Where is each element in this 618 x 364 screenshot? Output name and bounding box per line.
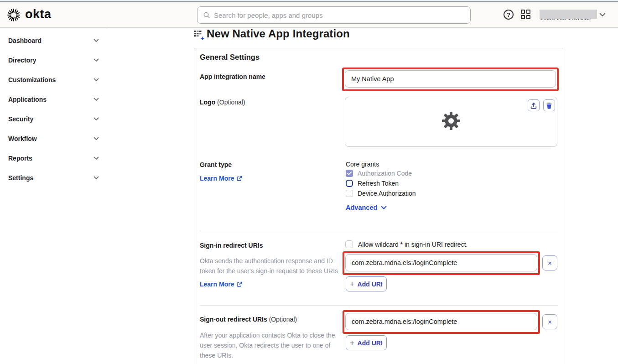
- page-title: New Native App Integration: [207, 27, 350, 40]
- remove-signout-uri-button[interactable]: ×: [542, 314, 557, 329]
- delete-logo-button[interactable]: [543, 99, 555, 111]
- chevron-down-icon: [93, 117, 99, 121]
- chevron-down-icon: [93, 156, 99, 160]
- grant-learn-more-link[interactable]: Learn More: [200, 175, 242, 182]
- okta-sunburst-icon: [6, 8, 21, 22]
- sidebar-item-settings[interactable]: Settings: [0, 168, 107, 187]
- sidebar-item-reports[interactable]: Reports: [0, 148, 107, 168]
- signout-help-text: After your application contacts Okta to …: [200, 330, 339, 360]
- advanced-toggle[interactable]: Advanced: [346, 204, 387, 211]
- sidebar-item-workflow[interactable]: Workflow: [0, 129, 107, 148]
- chevron-down-icon: [381, 206, 387, 210]
- okta-logo[interactable]: okta: [6, 6, 52, 24]
- app-name-label: App integration name: [200, 73, 265, 80]
- signout-uris-label: Sign-out redirect URIs (Optional): [200, 316, 297, 323]
- chevron-down-icon: [93, 58, 99, 62]
- add-signout-uri-button[interactable]: + Add URI: [346, 335, 387, 350]
- checkbox-focused-icon[interactable]: [346, 180, 353, 187]
- apps-grid-icon[interactable]: [521, 10, 531, 20]
- sidebar-item-applications[interactable]: Applications: [0, 89, 107, 109]
- signin-learn-more-link[interactable]: Learn More: [200, 281, 242, 288]
- chevron-down-icon: [93, 98, 99, 101]
- sidebar-item-directory[interactable]: Directory: [0, 50, 107, 70]
- okta-wordmark: okta: [25, 8, 52, 22]
- annotation-box-signin-uri: [343, 251, 540, 275]
- checkbox-checked-icon[interactable]: [346, 170, 353, 177]
- search-input[interactable]: [214, 11, 465, 19]
- upload-logo-button[interactable]: [528, 99, 540, 111]
- account-chevron-down-icon[interactable]: [599, 13, 606, 17]
- plus-icon: +: [200, 35, 204, 42]
- signin-uris-label: Sign-in redirect URIs: [200, 242, 263, 249]
- general-settings-card: General Settings App integration name Lo…: [194, 48, 563, 364]
- search-icon: [203, 11, 210, 19]
- signin-uri-input[interactable]: [345, 254, 537, 271]
- logo-optional: (Optional): [217, 99, 245, 106]
- top-strip: [0, 0, 618, 2]
- plus-icon: +: [350, 339, 354, 347]
- annotation-box-app-name: [342, 68, 559, 91]
- okta-admin-screen: okta ? zebra-trial-1787319: [0, 0, 618, 364]
- app-integration-icon: +: [193, 30, 203, 39]
- external-link-icon: [237, 176, 242, 181]
- grant-option-refresh-token[interactable]: Refresh Token: [346, 180, 399, 187]
- external-link-icon: [237, 281, 242, 287]
- grant-option-authorization-code[interactable]: Authorization Code: [346, 170, 412, 177]
- plus-icon: +: [350, 281, 354, 288]
- global-search[interactable]: [197, 6, 471, 24]
- divider: [200, 305, 558, 306]
- redacted-account-name: [540, 10, 597, 19]
- chevron-down-icon: [93, 176, 99, 180]
- grant-type-label: Grant type: [200, 161, 232, 168]
- close-icon: ×: [548, 259, 552, 267]
- add-signin-uri-button[interactable]: + Add URI: [346, 276, 387, 291]
- grant-option-device-authorization[interactable]: Device Authorization: [346, 190, 416, 197]
- chevron-down-icon: [93, 137, 99, 140]
- core-grants-label: Core grants: [346, 161, 379, 168]
- upload-icon: [530, 102, 537, 109]
- remove-signin-uri-button[interactable]: ×: [542, 255, 557, 270]
- signin-help-text: Okta sends the authentication response a…: [200, 256, 342, 276]
- signout-uri-input[interactable]: [345, 313, 537, 330]
- trash-icon: [546, 102, 552, 109]
- page-title-row: + New Native App Integration: [193, 27, 350, 40]
- sidebar-item-dashboard[interactable]: Dashboard: [0, 31, 107, 50]
- section-heading: General Settings: [200, 53, 260, 62]
- logo-label: Logo (Optional): [200, 99, 245, 106]
- close-icon: ×: [548, 318, 552, 326]
- sidebar-item-security[interactable]: Security: [0, 109, 107, 129]
- signout-optional: (Optional): [269, 316, 297, 323]
- sidebar-nav: Dashboard Directory Customizations Appli…: [0, 28, 107, 364]
- wildcard-checkbox-row[interactable]: Allow wildcard * in sign-in URI redirect…: [345, 240, 467, 248]
- help-icon[interactable]: ?: [504, 10, 514, 20]
- chevron-down-icon: [93, 78, 99, 82]
- checkbox-unchecked-icon[interactable]: [345, 240, 353, 248]
- app-name-input[interactable]: [345, 70, 556, 88]
- checkbox-unchecked-icon[interactable]: [346, 190, 353, 197]
- annotation-box-signout-uri: [343, 310, 540, 334]
- divider: [200, 231, 558, 231]
- logo-preview-box: [345, 97, 557, 147]
- account-menu[interactable]: zebra-trial-1787319: [540, 8, 600, 22]
- chevron-down-icon: [93, 39, 99, 42]
- sidebar-item-customizations[interactable]: Customizations: [0, 70, 107, 89]
- gear-icon: [441, 111, 461, 133]
- top-bar: okta ? zebra-trial-1787319: [0, 2, 618, 28]
